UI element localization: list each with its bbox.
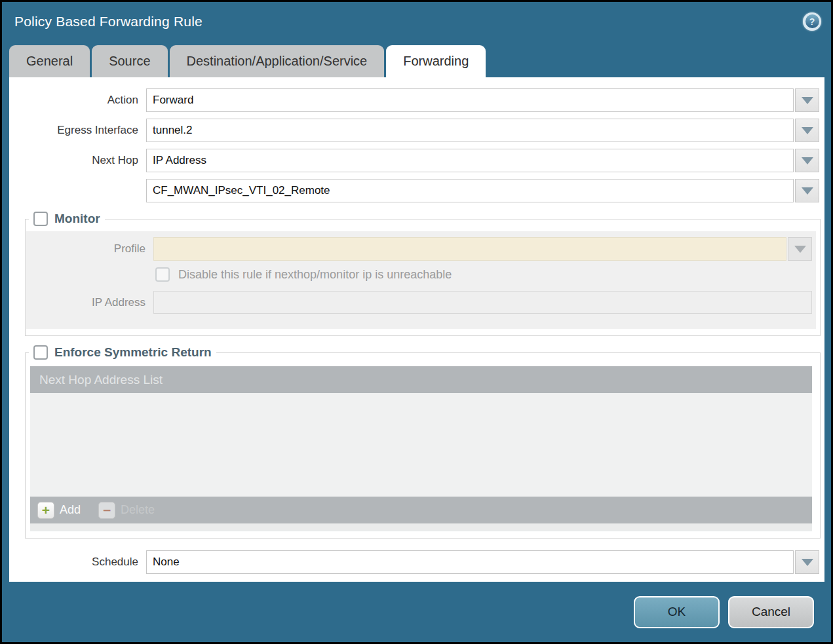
disable-rule-label: Disable this rule if nexthop/monitor ip …: [178, 268, 452, 282]
schedule-label: Schedule: [9, 556, 146, 569]
next-hop-row: Next Hop IP Address: [9, 149, 824, 172]
add-button[interactable]: + Add: [37, 502, 81, 519]
tab-destination-application-service[interactable]: Destination/Application/Service: [170, 45, 385, 77]
monitor-ip-label: IP Address: [26, 296, 153, 309]
profile-label: Profile: [26, 242, 153, 256]
disable-rule-checkbox: [155, 267, 170, 282]
chevron-down-icon: [802, 187, 813, 195]
monitor-checkbox[interactable]: [33, 212, 48, 226]
schedule-input[interactable]: None: [146, 550, 794, 574]
tab-source[interactable]: Source: [92, 45, 167, 77]
next-hop-address-list-header: Next Hop Address List: [30, 366, 812, 393]
delete-button: − Delete: [98, 502, 155, 519]
table-bottom-strip: [30, 523, 812, 531]
action-label: Action: [9, 94, 146, 107]
dialog-titlebar: Policy Based Forwarding Rule ?: [2, 2, 831, 41]
chevron-down-icon: [802, 157, 813, 164]
enforce-symmetric-return-fieldset: Enforce Symmetric Return Next Hop Addres…: [25, 345, 821, 539]
tab-strip: General Source Destination/Application/S…: [9, 41, 824, 77]
tab-general[interactable]: General: [9, 45, 90, 77]
next-hop-address-list-header-label: Next Hop Address List: [39, 373, 163, 387]
minus-icon: −: [98, 502, 115, 519]
chevron-down-icon: [802, 97, 813, 104]
chevron-down-icon: [802, 559, 813, 566]
question-mark-glyph: ?: [805, 14, 819, 28]
enforce-symmetric-return-checkbox[interactable]: [33, 345, 48, 360]
profile-dropdown-button: [788, 237, 812, 261]
schedule-dropdown-button[interactable]: [795, 550, 819, 574]
delete-button-label: Delete: [121, 503, 155, 517]
next-hop-address-list-body: [30, 393, 812, 497]
egress-interface-dropdown-button[interactable]: [795, 119, 819, 142]
ok-button[interactable]: OK: [634, 596, 720, 628]
action-row: Action Forward: [9, 88, 824, 112]
monitor-fieldset: Monitor Profile Disable this rule if nex…: [25, 212, 821, 336]
action-input[interactable]: Forward: [146, 88, 794, 112]
next-hop-address-list-table: Next Hop Address List + Add − Delete: [30, 366, 812, 531]
egress-interface-row: Egress Interface tunnel.2: [9, 119, 824, 142]
monitor-ip-row: IP Address: [26, 291, 812, 314]
help-icon[interactable]: ?: [803, 12, 821, 31]
add-button-label: Add: [60, 503, 81, 517]
egress-interface-label: Egress Interface: [9, 124, 146, 137]
dialog-title: Policy Based Forwarding Rule: [14, 14, 203, 29]
schedule-row: Schedule None: [9, 550, 824, 574]
chevron-down-icon: [802, 127, 813, 134]
enforce-symmetric-return-legend: Enforce Symmetric Return: [29, 345, 216, 360]
next-hop-address-dropdown-button[interactable]: [795, 179, 819, 202]
disable-rule-row: Disable this rule if nexthop/monitor ip …: [155, 267, 812, 282]
monitor-disabled-panel: Profile Disable this rule if nexthop/mon…: [26, 231, 816, 329]
enforce-symmetric-return-legend-label: Enforce Symmetric Return: [54, 345, 212, 360]
policy-based-forwarding-dialog: Policy Based Forwarding Rule ? General S…: [2, 2, 831, 642]
forwarding-tab-panel: Action Forward Egress Interface tunnel.2…: [9, 77, 824, 582]
egress-interface-input[interactable]: tunnel.2: [146, 119, 794, 142]
next-hop-type-dropdown-button[interactable]: [795, 149, 819, 172]
next-hop-address-input[interactable]: CF_MWAN_IPsec_VTI_02_Remote: [146, 179, 794, 202]
chevron-down-icon: [794, 246, 806, 253]
next-hop-address-list-toolbar: + Add − Delete: [30, 497, 812, 523]
profile-input: [153, 237, 786, 261]
next-hop-type-input[interactable]: IP Address: [146, 149, 794, 172]
cancel-button[interactable]: Cancel: [728, 596, 814, 628]
next-hop-address-row: CF_MWAN_IPsec_VTI_02_Remote: [9, 179, 824, 202]
monitor-ip-input: [153, 291, 812, 314]
action-dropdown-button[interactable]: [795, 88, 819, 112]
profile-row: Profile: [26, 237, 812, 261]
dialog-footer: OK Cancel: [2, 582, 831, 642]
monitor-legend: Monitor: [29, 212, 105, 226]
plus-icon: +: [37, 502, 54, 519]
monitor-legend-label: Monitor: [54, 212, 100, 226]
next-hop-label: Next Hop: [9, 154, 146, 167]
tab-forwarding[interactable]: Forwarding: [386, 45, 486, 77]
